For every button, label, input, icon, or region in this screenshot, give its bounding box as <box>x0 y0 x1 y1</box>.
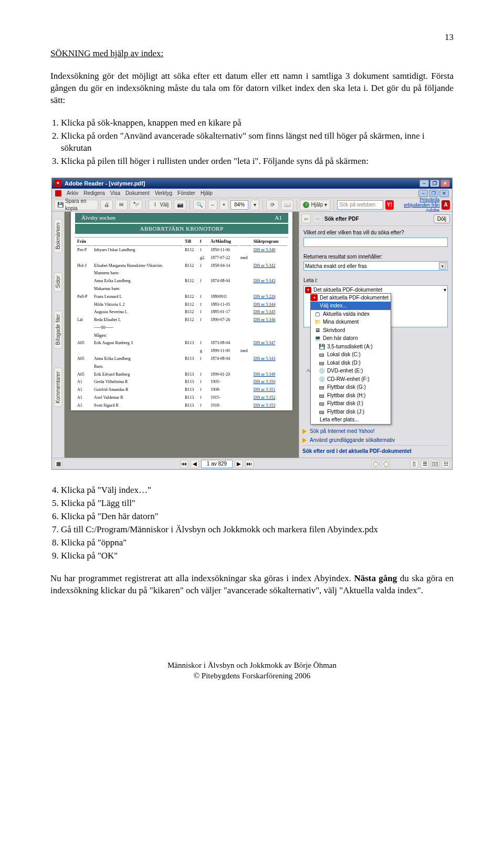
match-mode-select[interactable]: Matcha exakt ord eller fras ▾ <box>303 261 448 271</box>
zoom-minus-button[interactable]: – <box>208 200 217 210</box>
basic-options-link[interactable]: Använd grundläggande sökalternativ <box>302 436 449 445</box>
table-cell[interactable]: DIS nr 5:345 <box>253 309 287 316</box>
doc-minimize-button[interactable]: – <box>418 190 428 197</box>
minimize-button[interactable]: – <box>419 180 429 187</box>
help-button[interactable]: ? Hjälp▾ <box>300 200 330 210</box>
maximize-button[interactable]: ❐ <box>430 180 439 187</box>
nav-fwd-button[interactable]: ◯ <box>382 460 390 468</box>
next-page-button[interactable]: ▶ <box>235 460 243 468</box>
dropdown-item[interactable]: 💻Den här datorn <box>311 334 391 343</box>
panel-back-button[interactable]: ⇦ <box>301 214 311 223</box>
table-cell <box>239 247 251 254</box>
dropdown-item[interactable]: 📁Mina dokument <box>311 318 391 326</box>
table-cell <box>253 348 287 355</box>
web-search-input[interactable]: Sök på webben <box>337 200 383 210</box>
facing-view[interactable]: ▯▯ <box>431 460 439 468</box>
continuous-view[interactable]: ☰ <box>421 460 429 468</box>
adobe-icon[interactable]: A <box>442 200 450 210</box>
table-cell <box>76 270 92 277</box>
search-term-input[interactable] <box>303 237 448 247</box>
rotate-button[interactable]: ⟳ <box>266 200 279 210</box>
menu-arkiv[interactable]: Arkiv <box>67 190 78 197</box>
search-current-doc-link[interactable]: Sök efter ord i det aktuella PDF-dokumen… <box>302 445 449 456</box>
continuous-facing-view[interactable]: ☷ <box>442 460 450 468</box>
table-cell[interactable]: DIS nr 5:352 <box>253 395 287 401</box>
dropdown-item[interactable]: 🖴Lokal disk (D:) <box>311 359 391 367</box>
location-icon: 💿 <box>318 376 325 383</box>
table-cell[interactable]: DIS nr 5:347 <box>253 340 287 347</box>
ebook-button[interactable]: 📖 <box>281 200 293 210</box>
menu-fonster[interactable]: Fönster <box>177 190 195 197</box>
hide-button[interactable]: Dölj <box>434 214 450 224</box>
dropdown-item[interactable]: 💿DVD-enhet (E:) <box>311 367 391 375</box>
dropdown-item[interactable]: 💾3,5-tumsdiskett (A:) <box>311 343 391 351</box>
adobe-promo-link[interactable]: Prisvärda erbjudanden från Adobe <box>396 197 440 213</box>
menu-verktyg[interactable]: Verktyg <box>155 190 172 197</box>
dropdown-item[interactable]: 🖥Skrivbord <box>311 326 391 335</box>
dropdown-item[interactable]: 💿CD-RW-enhet (F:) <box>311 375 391 384</box>
table-cell[interactable]: DIS nr 5:340 <box>253 247 287 254</box>
table-cell[interactable]: DIS nr 5:349 <box>253 371 287 378</box>
tab-attachments[interactable]: Bifogade filer <box>54 311 62 348</box>
print-button[interactable]: 🖨 <box>100 200 113 210</box>
select-tool-button[interactable]: I Välj <box>149 200 172 210</box>
table-cell[interactable]: DIS nr 5:351 <box>253 387 287 394</box>
nav-back-button[interactable]: ◯ <box>371 460 380 468</box>
menu-visa[interactable]: Visa <box>110 190 120 197</box>
dropdown-item[interactable]: 🖴Flyttbar disk (G:) <box>311 383 391 391</box>
table-cell[interactable]: DIS nr 5:343 <box>253 356 287 363</box>
dropdown-item[interactable]: 🖴Flyttbar disk (I:) <box>311 399 391 408</box>
table-cell[interactable]: DIS nr 5:226 <box>253 294 287 301</box>
table-row: Prn-PInhyses Oskar LundbergB112f1850-11-… <box>76 247 287 254</box>
table-cell[interactable]: DIS nr 5:342 <box>253 263 287 270</box>
table-cell <box>239 371 251 378</box>
mail-button[interactable]: ✉ <box>115 200 128 210</box>
page-indicator[interactable]: 1 av 829 <box>201 460 233 468</box>
look-in-listbox[interactable]: ✦ Det aktuella PDF-dokumentet ▾ ✦Det akt… <box>303 285 448 327</box>
tab-pages[interactable]: Sidor <box>54 272 62 292</box>
table-cell <box>184 270 198 277</box>
table-cell <box>239 402 251 409</box>
dropdown-item-label: Flyttbar disk (G:) <box>327 384 366 391</box>
doc-close-button[interactable]: ✕ <box>439 190 449 197</box>
table-cell: Mågen: <box>93 333 183 339</box>
dropdown-item[interactable]: ▢Aktuella valda index <box>311 310 391 318</box>
menu-dokument[interactable]: Dokument <box>125 190 150 197</box>
dropdown-item[interactable]: ✦Det aktuella PDF-dokumentet <box>311 294 391 302</box>
tab-comments[interactable]: Kommentarer <box>54 368 62 407</box>
zoom-dropdown[interactable]: ▾ <box>250 200 259 210</box>
save-copy-button[interactable]: 💾 Spara en kopia <box>54 200 98 210</box>
dropdown-item[interactable]: 🖴Flyttbar disk (H:) <box>311 391 391 400</box>
prev-page-button[interactable]: ◀ <box>191 460 199 468</box>
dropdown-item[interactable]: Leta efter plats... <box>311 416 391 424</box>
table-cell[interactable]: DIS nr 5:353 <box>253 402 287 409</box>
view-thumb-icon[interactable]: ▦ <box>54 460 62 468</box>
last-page-button[interactable]: ⏭ <box>245 460 254 468</box>
doc-restore-button[interactable]: ❐ <box>429 190 438 197</box>
dropdown-item[interactable]: 🖴Flyttbar disk (J:) <box>311 408 391 416</box>
table-cell[interactable]: DIS nr 5:344 <box>253 302 287 308</box>
dropdown-item[interactable]: Välj index... <box>311 302 391 310</box>
dropdown-item-label: Lokal disk (D:) <box>327 359 361 367</box>
close-button[interactable]: ✕ <box>440 180 450 187</box>
table-cell[interactable]: DIS nr 5:350 <box>253 379 287 386</box>
menu-redigera[interactable]: Redigera <box>83 190 105 197</box>
zoom-out-button[interactable]: 🔍 <box>193 200 206 210</box>
table-row: LätBeda Elisabet LB112f1890-07-26DIS nr … <box>76 317 287 324</box>
zoom-field[interactable]: 84% <box>230 200 248 210</box>
document-viewport[interactable]: Älvsby socken A1 ABBORRTJÄRN KRONOTORP F… <box>65 212 299 458</box>
panel-fwd-button[interactable]: ⇨ <box>313 214 322 223</box>
table-cell[interactable]: DIS nr 5:346 <box>253 317 287 324</box>
menu-hjalp[interactable]: Hjälp <box>201 190 213 197</box>
snapshot-button[interactable]: 📷 <box>174 200 186 210</box>
tab-bookmarks[interactable]: Bokmärken <box>54 219 62 253</box>
search-yahoo-link[interactable]: Sök på Internet med Yahoo! <box>302 427 449 436</box>
table-cell: Erik August Rønberg 3 <box>93 340 183 347</box>
table-cell[interactable]: DIS nr 5:343 <box>253 278 287 285</box>
zoom-plus-button[interactable]: + <box>219 200 229 210</box>
dropdown-item[interactable]: 🖴Lokal disk (C:) <box>311 350 391 359</box>
search-button[interactable]: 🔭 <box>130 200 142 210</box>
yahoo-icon[interactable]: Y! <box>385 200 394 210</box>
single-page-view[interactable]: ▯ <box>410 460 418 468</box>
first-page-button[interactable]: ⏮ <box>180 460 188 468</box>
